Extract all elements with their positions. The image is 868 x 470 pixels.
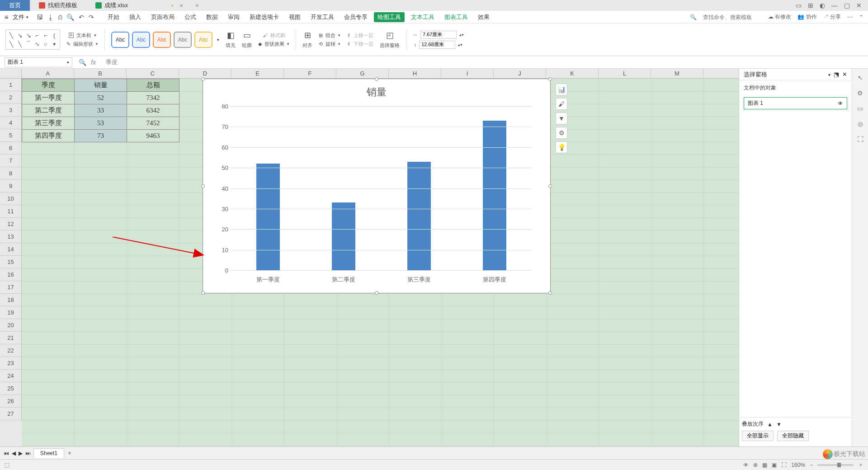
cell[interactable]: 7342 (127, 92, 179, 104)
chart-settings-icon[interactable]: ⚙ (556, 127, 567, 139)
col-C[interactable]: C (127, 69, 179, 78)
file-menu[interactable]: 文件▾ (10, 12, 31, 22)
row-17[interactable]: 17 (0, 281, 22, 294)
style-1[interactable]: Abc (111, 32, 129, 48)
style-gallery[interactable]: Abc Abc Abc Abc Abc ▾ (111, 32, 219, 48)
cell[interactable]: 52 (75, 92, 127, 104)
pane-dropdown-icon[interactable]: ▾ (828, 72, 830, 77)
move-down-icon[interactable]: ▼ (776, 421, 782, 428)
row-1[interactable]: 1 (0, 79, 22, 91)
move-up-icon[interactable]: ▲ (767, 421, 773, 428)
sheet-nav-next-icon[interactable]: ▶ (19, 450, 23, 456)
sheet-nav-first-icon[interactable]: ⏮ (4, 450, 9, 456)
command-search[interactable] (703, 14, 762, 20)
zoom-level[interactable]: 160% (791, 462, 805, 468)
tab-data[interactable]: 数据 (203, 12, 222, 22)
spreadsheet-grid[interactable]: ABCDEFGHIJKLM 12345678910111213141516171… (0, 69, 739, 446)
undo-icon[interactable]: ↶ (79, 14, 84, 21)
titlebar-tab-home[interactable]: 首页 (0, 0, 30, 11)
zoom-out-icon[interactable]: − (810, 462, 813, 468)
style-2[interactable]: Abc (132, 32, 150, 48)
textbox-icon[interactable]: 🄰 (69, 33, 74, 38)
layers-strip-icon[interactable]: ▭ (857, 105, 863, 112)
shape-width-input[interactable] (420, 31, 457, 39)
row-14[interactable]: 14 (0, 243, 22, 256)
bar-1[interactable] (332, 202, 355, 270)
tab-dev[interactable]: 开发工具 (307, 12, 338, 22)
chart-tips-icon[interactable]: 💡 (556, 141, 567, 153)
row-9[interactable]: 9 (0, 180, 22, 193)
row-23[interactable]: 23 (0, 357, 22, 370)
grid-view-icon[interactable]: ▭ (796, 2, 802, 9)
col-A[interactable]: A (22, 69, 74, 78)
tab-effect[interactable]: 效果 (474, 12, 493, 22)
skin-icon[interactable]: ◐ (820, 2, 825, 9)
cell[interactable]: 33 (75, 104, 127, 117)
row-18[interactable]: 18 (0, 294, 22, 306)
tab-member[interactable]: 会员专享 (340, 12, 371, 22)
row-22[interactable]: 22 (0, 344, 22, 357)
cell[interactable]: 第四季度 (22, 130, 75, 142)
redo-icon[interactable]: ↷ (89, 14, 94, 21)
row-21[interactable]: 21 (0, 332, 22, 344)
shape-height-input[interactable] (419, 41, 455, 49)
expand-strip-icon[interactable]: ⛶ (857, 136, 863, 143)
search-icon[interactable]: 🔍 (690, 14, 697, 20)
pane-close-icon[interactable]: ✕ (842, 71, 847, 78)
reading-mode-icon[interactable]: ⊕ (753, 462, 758, 468)
more-icon[interactable]: ⋯ (847, 14, 853, 20)
cell[interactable]: 第二季度 (22, 104, 75, 117)
tab-review[interactable]: 审阅 (224, 12, 243, 22)
minimize-icon[interactable]: — (831, 2, 838, 9)
header-sales[interactable]: 销量 (75, 79, 127, 92)
row-15[interactable]: 15 (0, 256, 22, 268)
selection-pane-icon[interactable]: ◰ (386, 30, 394, 40)
show-all-button[interactable]: 全部显示 (742, 431, 774, 441)
style-5[interactable]: Abc (194, 32, 212, 48)
row-7[interactable]: 7 (0, 155, 22, 167)
add-tab-button[interactable]: ＋ (192, 1, 202, 9)
zoom-in-icon[interactable]: ＋ (858, 461, 863, 469)
rotate-icon[interactable]: ⟲ (319, 41, 323, 47)
selection-pane-button[interactable]: 选择窗格 (380, 42, 400, 49)
export-icon[interactable]: ⭳ (47, 14, 54, 21)
fx-icon[interactable]: fx (91, 59, 96, 66)
outline-icon[interactable]: ▭ (243, 30, 251, 40)
align-icon[interactable]: ⊞ (304, 30, 311, 40)
cloud-pending-icon[interactable]: ☁ 有修改 (768, 13, 791, 21)
col-J[interactable]: J (494, 69, 546, 78)
close-tab-icon[interactable]: × (180, 2, 184, 9)
col-F[interactable]: F (284, 69, 336, 78)
tab-drawing-tools[interactable]: 绘图工具 (374, 12, 405, 22)
rotate-button[interactable]: 旋转 (326, 41, 335, 47)
cell[interactable]: 53 (75, 117, 127, 130)
share-button[interactable]: ↗ 分享 (823, 13, 841, 21)
row-11[interactable]: 11 (0, 205, 22, 218)
col-K[interactable]: K (546, 69, 599, 78)
row-13[interactable]: 13 (0, 230, 22, 243)
shape-gallery[interactable]: ╲↘↘⌐⌐{ ╲╲⌒∿○▾ (5, 29, 60, 50)
tab-text-tools[interactable]: 文本工具 (407, 12, 438, 22)
shape-effect-icon[interactable]: ◆ (258, 41, 262, 47)
tab-view[interactable]: 视图 (285, 12, 304, 22)
row-5[interactable]: 5 (0, 129, 22, 142)
print-icon[interactable]: ⎙ (58, 14, 62, 21)
row-19[interactable]: 19 (0, 306, 22, 319)
titlebar-tab-templates[interactable]: 找稻壳模板 (30, 0, 86, 11)
zoom-slider[interactable] (817, 464, 854, 466)
row-20[interactable]: 20 (0, 319, 22, 332)
cell[interactable]: 73 (75, 130, 127, 142)
sheet-nav-prev-icon[interactable]: ◀ (12, 450, 16, 456)
tab-layout[interactable]: 页面布局 (147, 12, 178, 22)
collapse-ribbon-icon[interactable]: ⌃ (859, 14, 863, 20)
visibility-icon[interactable]: 👁 (838, 100, 843, 107)
object-item-chart[interactable]: 图表 1 👁 (744, 97, 847, 109)
bar-0[interactable] (256, 164, 280, 270)
shape-effect-button[interactable]: 形状效果 (264, 41, 284, 47)
name-box[interactable]: 图表 1▾ (5, 57, 72, 67)
cell[interactable]: 第三季度 (22, 117, 75, 130)
col-H[interactable]: H (389, 69, 441, 78)
header-quarter[interactable]: 季度 (22, 79, 75, 92)
location-strip-icon[interactable]: ◎ (858, 120, 863, 127)
col-E[interactable]: E (231, 69, 284, 78)
